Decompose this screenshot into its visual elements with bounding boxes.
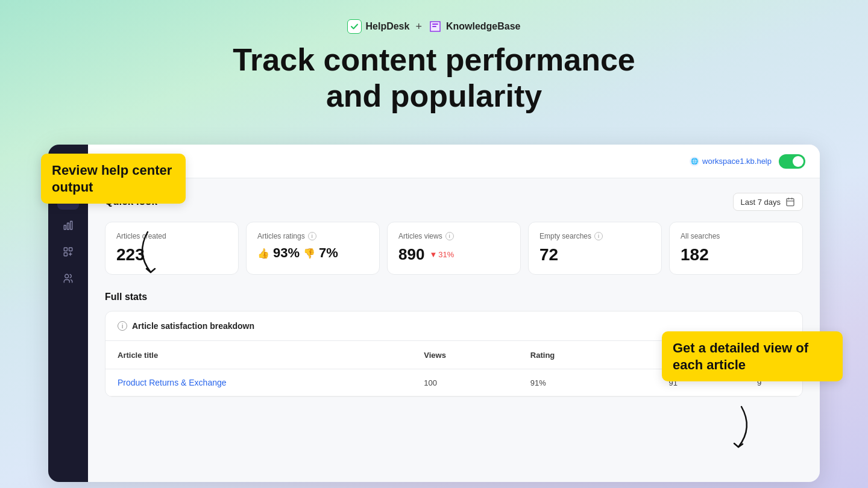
helpdesk-icon xyxy=(347,19,362,34)
workspace-link[interactable]: 🌐 workspace1.kb.help xyxy=(690,157,772,166)
thumbs-up-icon: 👍 xyxy=(257,248,269,259)
callout-detail: Get a detailed view of each article xyxy=(662,331,843,381)
callout-review: Review help center output xyxy=(41,154,186,204)
col-header-views: Views xyxy=(412,341,518,369)
svg-rect-8 xyxy=(787,199,794,206)
page-header: HelpDesk + KnowledgeBase Track content p… xyxy=(0,0,868,131)
cell-article-title: Product Returns & Exchange xyxy=(105,369,412,396)
sidebar-item-grid-add[interactable] xyxy=(57,241,79,263)
workspace-globe-icon: 🌐 xyxy=(690,157,699,166)
stats-grid: Articles created 223 Articles ratings i … xyxy=(105,222,803,275)
svg-rect-2 xyxy=(68,223,69,230)
article-link[interactable]: Product Returns & Exchange xyxy=(118,378,227,387)
svg-rect-4 xyxy=(64,248,67,251)
arrow-detail-icon xyxy=(723,404,760,452)
cell-rating: 91% xyxy=(518,369,630,396)
date-filter-picker[interactable]: Last 7 days xyxy=(733,193,804,211)
brand-row: HelpDesk + KnowledgeBase xyxy=(0,19,868,34)
stat-label-all-searches: All searches xyxy=(681,232,791,240)
info-icon-table: i xyxy=(118,321,127,331)
table-section-title: Article satisfaction breakdown xyxy=(132,321,254,331)
stat-value-articles-views: 890 ▼ 31% xyxy=(398,245,509,264)
stat-value-all-searches: 182 xyxy=(681,245,791,264)
col-header-article-title: Article title xyxy=(105,341,412,369)
stat-value-empty-searches: 72 xyxy=(539,245,650,264)
helpdesk-brand: HelpDesk xyxy=(347,19,409,34)
info-icon-views: i xyxy=(445,232,454,240)
topbar: Knowledge Base ▾ 🌐 workspace1.kb.help xyxy=(88,145,820,178)
svg-rect-3 xyxy=(71,221,72,230)
cell-views: 100 xyxy=(412,369,518,396)
svg-rect-5 xyxy=(69,248,72,251)
sidebar-item-chart[interactable] xyxy=(57,214,79,236)
sidebar-item-users[interactable] xyxy=(57,267,79,289)
quick-look-header: Quick look Last 7 days xyxy=(105,193,803,211)
arrow-review-icon xyxy=(130,229,166,277)
page-title: Track content performance and popularity xyxy=(0,42,868,114)
stat-label-empty-searches: Empty searches i xyxy=(539,232,650,240)
stat-card-articles-created: Articles created 223 xyxy=(105,222,239,275)
svg-rect-6 xyxy=(64,253,67,256)
kb-icon xyxy=(428,19,442,34)
plus-separator: + xyxy=(415,20,422,33)
stat-card-empty-searches: Empty searches i 72 xyxy=(528,222,662,275)
trend-down-indicator: ▼ 31% xyxy=(429,250,454,259)
stat-label-articles-views: Articles views i xyxy=(398,232,509,240)
col-header-rating: Rating xyxy=(518,341,630,369)
stat-value-articles-ratings: 👍 93% 👎 7% xyxy=(257,245,368,261)
stat-card-articles-views: Articles views i 890 ▼ 31% xyxy=(387,222,521,275)
svg-rect-1 xyxy=(64,225,66,230)
trend-arrow-down-icon: ▼ xyxy=(429,250,437,259)
kb-brand: KnowledgeBase xyxy=(428,19,521,34)
svg-point-7 xyxy=(65,274,69,278)
content-area: Knowledge Base ▾ 🌐 workspace1.kb.help Qu… xyxy=(88,145,820,482)
thumbs-down-icon: 👎 xyxy=(303,248,315,259)
stat-label-articles-ratings: Articles ratings i xyxy=(257,232,368,240)
stat-card-all-searches: All searches 182 xyxy=(669,222,803,275)
visibility-toggle[interactable] xyxy=(779,154,805,169)
stat-card-articles-ratings: Articles ratings i 👍 93% 👎 7% xyxy=(246,222,380,275)
info-icon-ratings: i xyxy=(308,232,316,240)
topbar-right: 🌐 workspace1.kb.help xyxy=(690,154,805,169)
full-stats-title: Full stats xyxy=(105,292,803,302)
info-icon-empty-searches: i xyxy=(594,232,603,240)
